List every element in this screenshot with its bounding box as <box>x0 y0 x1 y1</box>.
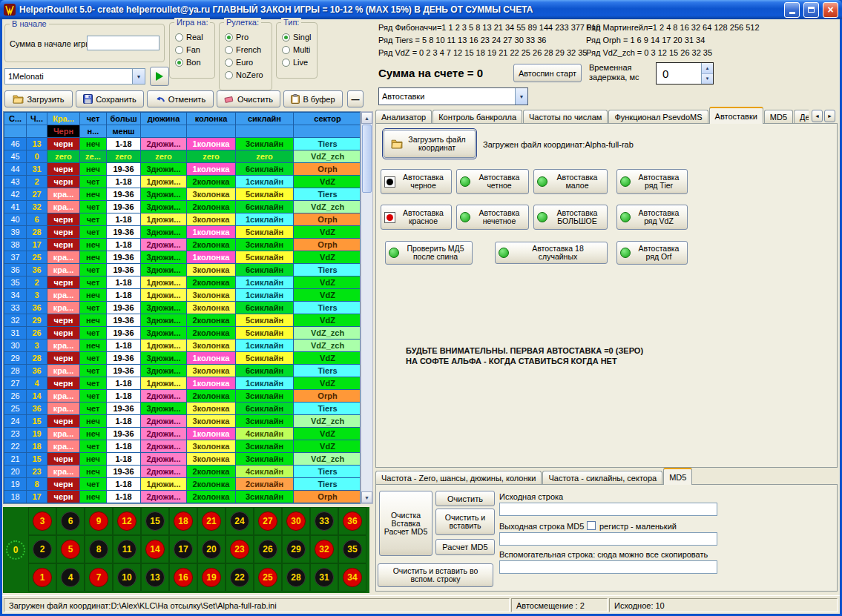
board-number-0[interactable]: 0 <box>3 507 28 593</box>
close-button[interactable]: × <box>823 2 838 18</box>
radio-option-Euro[interactable]: Euro <box>225 58 269 67</box>
result-row[interactable]: 2536кра...чет19-363дюжи...3колонка6сикла… <box>4 403 361 415</box>
board-number-35[interactable]: 35 <box>338 535 366 563</box>
autobet-red-button[interactable]: Автоставка красное <box>381 205 452 230</box>
result-row[interactable]: 352чернчет1-181дюжи...2колонка1сиклайнVd… <box>4 276 361 289</box>
radio-option-Multi[interactable]: Multi <box>282 45 314 54</box>
result-row[interactable]: 406чернчет1-181дюжи...3колонка1сиклайнOr… <box>4 213 361 226</box>
result-row[interactable]: 4431черннеч19-363дюжи...1колонка6сиклайн… <box>4 163 361 176</box>
board-number-33[interactable]: 33 <box>310 507 338 535</box>
result-row[interactable]: 2928чернчет19-363дюжи...1колонка5сиклайн… <box>4 352 361 365</box>
check-md5-after-spin-button[interactable]: Проверить МД5 после спина <box>385 241 473 265</box>
radio-option-Singl[interactable]: Singl <box>282 33 314 42</box>
radio-option-Live[interactable]: Live <box>282 58 314 67</box>
to-buffer-button[interactable]: В буфер <box>283 90 343 107</box>
radio-option-Fan[interactable]: Fan <box>175 45 211 54</box>
result-row[interactable]: 1817черннеч1-182дюжи...2колонка3сиклайнO… <box>4 491 361 503</box>
clear-button[interactable]: Очистить <box>217 90 280 107</box>
autobet-odd-button[interactable]: Автоставка нечетное <box>456 205 529 230</box>
result-row[interactable]: 3928чернчет19-363дюжи...1колонка5сиклайн… <box>4 226 361 239</box>
scroll-thumb[interactable] <box>362 125 372 193</box>
board-number-23[interactable]: 23 <box>226 535 254 563</box>
load-coordinates-button[interactable]: Загрузить файл координат <box>384 130 476 158</box>
board-number-36[interactable]: 36 <box>338 507 366 535</box>
result-row[interactable]: 2319кра...неч19-362дюжи...1колонка4сикла… <box>4 428 361 440</box>
board-number-29[interactable]: 29 <box>282 535 310 563</box>
tab-MD5[interactable]: MD5 <box>764 110 793 124</box>
autobet-vdz-button[interactable]: Автоставка ряд VdZ <box>616 205 688 230</box>
board-number-11[interactable]: 11 <box>113 535 141 563</box>
minimize-button[interactable] <box>784 2 800 18</box>
md5-clear-paste-button[interactable]: Очистить и вставить <box>435 509 495 535</box>
save-button[interactable]: Сохранить <box>76 90 144 107</box>
board-number-12[interactable]: 12 <box>113 507 141 535</box>
start-sum-input[interactable] <box>87 36 159 50</box>
result-row[interactable]: 198чернчет1-181дюжи...2колонка2сиклайнTi… <box>4 478 361 491</box>
result-row[interactable]: 3336кра...чет19-363дюжи...3колонка6сикла… <box>4 302 361 314</box>
board-number-22[interactable]: 22 <box>226 563 254 592</box>
board-number-28[interactable]: 28 <box>282 563 310 592</box>
board-number-31[interactable]: 31 <box>310 563 338 592</box>
result-row[interactable]: 2415черннеч1-182дюжи...3колонка3сиклайнV… <box>4 415 361 428</box>
md5-clear-button[interactable]: Очистить <box>435 491 495 506</box>
autobet-black-button[interactable]: Автоставка черное <box>381 169 452 194</box>
result-row[interactable]: 2115черннеч1-182дюжи...3колонка3сиклайнV… <box>4 453 361 466</box>
play-button[interactable] <box>150 67 169 86</box>
board-number-7[interactable]: 7 <box>85 563 113 592</box>
board-number-15[interactable]: 15 <box>141 507 169 535</box>
result-row[interactable]: 2023кра...неч19-362дюжи...2колонка4сикла… <box>4 466 361 478</box>
result-row[interactable]: 343кра...неч1-181дюжи...3колонка1сиклайн… <box>4 289 361 302</box>
tab-Автоставки[interactable]: Автоставки <box>709 107 763 124</box>
output-md5-input[interactable] <box>499 532 717 546</box>
lowercase-checkbox[interactable] <box>587 521 596 530</box>
tabs-scroll-left-button[interactable]: ◄ <box>812 110 823 122</box>
board-number-19[interactable]: 19 <box>197 563 226 592</box>
tab-Контроль банкролла[interactable]: Контроль банкролла <box>432 110 522 124</box>
board-number-2[interactable]: 2 <box>28 535 56 563</box>
tab-Анализатор[interactable]: Анализатор <box>375 110 432 124</box>
radio-option-Real[interactable]: Real <box>175 33 211 42</box>
radio-option-Bon[interactable]: Bon <box>175 58 211 67</box>
autobet-tier-button[interactable]: Автоставка ряд Tier <box>616 169 688 194</box>
board-number-20[interactable]: 20 <box>197 535 226 563</box>
spinner-up-button[interactable]: ▲ <box>702 63 713 74</box>
result-row[interactable]: 303кра...неч1-181дюжи...3колонка1сиклайн… <box>4 340 361 352</box>
board-number-26[interactable]: 26 <box>254 535 282 563</box>
table-scrollbar[interactable]: ▲ ▼ <box>361 111 373 504</box>
delay-spinner[interactable]: 0 ▲ ▼ <box>656 62 714 85</box>
board-number-34[interactable]: 34 <box>338 563 366 592</box>
autobet-high-button[interactable]: Автоставка БОЛЬШОЕ <box>533 205 608 230</box>
result-row[interactable]: 4227кра...неч19-363дюжи...3колонка5сикла… <box>4 188 361 201</box>
scroll-up-button[interactable]: ▲ <box>361 112 372 124</box>
tab-MD5[interactable]: MD5 <box>663 468 692 485</box>
result-row[interactable]: 3229черннеч19-363дюжи...2колонка5сиклайн… <box>4 314 361 327</box>
collapse-button[interactable]: — <box>347 90 364 107</box>
tab-Частота - сиклайны, сектора[interactable]: Частота - сиклайны, сектора <box>542 471 662 485</box>
maximize-button[interactable] <box>803 2 819 18</box>
board-number-8[interactable]: 8 <box>85 535 113 563</box>
autobet-orf-button[interactable]: Автоставка ряд Orf <box>616 241 688 265</box>
aux-string-input[interactable] <box>499 560 717 574</box>
chevron-down-icon[interactable]: ▼ <box>515 88 527 105</box>
radio-option-NoZero[interactable]: NoZero <box>225 70 269 79</box>
md5-calc-button[interactable]: Расчет MD5 <box>435 539 495 555</box>
board-number-10[interactable]: 10 <box>113 563 141 592</box>
board-number-17[interactable]: 17 <box>169 535 197 563</box>
result-row[interactable]: 274чернчет1-181дюжи...1колонка1сиклайнVd… <box>4 377 361 390</box>
chevron-down-icon[interactable]: ▼ <box>132 69 145 84</box>
board-number-5[interactable]: 5 <box>56 535 85 563</box>
result-row[interactable]: 3725кра...неч19-363дюжи...1колонка5сикла… <box>4 251 361 264</box>
tab-Частоты по числам[interactable]: Частоты по числам <box>523 110 608 124</box>
result-row[interactable]: 450zeroze...zerozerozerozeroVdZ_zch <box>4 150 361 163</box>
result-row[interactable]: 4613черннеч1-182дюжи...1колонка3сиклайнT… <box>4 138 361 150</box>
result-row[interactable]: 4132кра...чет19-363дюжи...2колонка6сикла… <box>4 201 361 213</box>
autobets-combobox[interactable]: Автоставки ▼ <box>378 87 528 105</box>
source-string-input[interactable] <box>499 503 717 516</box>
board-number-30[interactable]: 30 <box>282 507 310 535</box>
result-row[interactable]: 2614кра...чет1-182дюжи...2колонка3сиклай… <box>4 390 361 403</box>
board-number-13[interactable]: 13 <box>141 563 169 592</box>
board-number-25[interactable]: 25 <box>254 563 282 592</box>
result-row[interactable]: 2218кра...чет1-182дюжи...3колонка3сиклай… <box>4 440 361 453</box>
board-number-1[interactable]: 1 <box>28 563 56 592</box>
result-row[interactable]: 2836кра...чет19-363дюжи...3колонка6сикла… <box>4 365 361 377</box>
